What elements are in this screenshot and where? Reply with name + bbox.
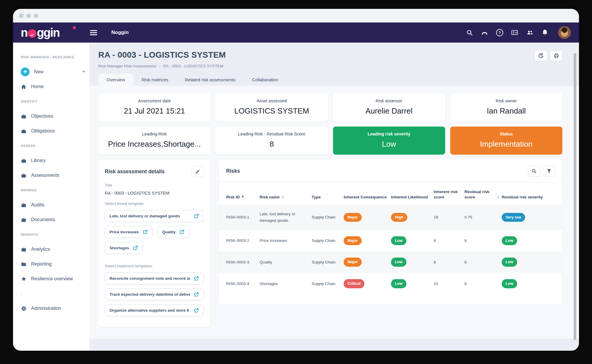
summary-card-assessment-date: Assessment date 21 Jul 2021 15:21 bbox=[98, 93, 210, 122]
sidebar-item-home[interactable]: Home bbox=[21, 79, 89, 94]
sidebar-item-analytics[interactable]: Analytics bbox=[21, 242, 89, 257]
table-row[interactable]: RISK-0003-1 Late, lost delivery or damag… bbox=[219, 205, 562, 230]
column-inherent-consequence[interactable]: Inherent Consequence bbox=[344, 195, 389, 200]
risks-card-title: Risks bbox=[226, 168, 240, 174]
inherent-likelihood-cell: Low bbox=[391, 236, 431, 245]
inherent-risk-score-cell: 10 bbox=[434, 281, 462, 287]
people-icon[interactable] bbox=[526, 29, 533, 36]
external-link-icon bbox=[194, 292, 199, 297]
inherent-likelihood-cell: Low bbox=[391, 279, 431, 288]
table-search-button[interactable] bbox=[528, 166, 540, 177]
sidebar-section-assess: ASSESS bbox=[21, 138, 89, 153]
residual-risk-severity-cell: Low bbox=[502, 258, 555, 267]
sidebar-section-insights: INSIGHTS bbox=[21, 227, 89, 242]
risk-name-cell: Price Increases bbox=[260, 237, 309, 244]
inherent-risk-score-cell: 8 bbox=[434, 237, 462, 244]
main-area: RA - 0003 - LOGISTICS SYSTEM Risk Manage… bbox=[89, 43, 579, 351]
breadcrumb: Risk Manager Risk Assessments › RA - 000… bbox=[98, 64, 562, 68]
window-maximize-button[interactable] bbox=[34, 14, 38, 18]
column-inherent-risk-score[interactable]: Inherent risk score bbox=[434, 189, 462, 200]
severity-badge: Very low bbox=[502, 213, 525, 222]
column-type[interactable]: Type bbox=[312, 195, 341, 200]
sidebar-item-library[interactable]: Library bbox=[21, 153, 89, 168]
noggin-logo[interactable]: nggin bbox=[21, 26, 83, 39]
sidebar-item-administration[interactable]: Administration bbox=[21, 301, 89, 316]
sort-asc-icon[interactable] bbox=[242, 195, 244, 199]
notifications-bell-icon[interactable] bbox=[541, 29, 548, 36]
severity-badge: Low bbox=[391, 236, 406, 245]
window-close-button[interactable] bbox=[19, 14, 23, 18]
severity-badge: Low bbox=[502, 279, 517, 288]
external-link-icon bbox=[194, 276, 199, 281]
type-cell: Supply Chain bbox=[312, 259, 341, 266]
risk-id-cell: RISK-0003-4 bbox=[226, 281, 257, 287]
briefcase-icon bbox=[21, 217, 27, 222]
plus-icon: + bbox=[21, 67, 30, 76]
history-button[interactable] bbox=[535, 50, 547, 61]
column-risk-id[interactable]: Risk ID bbox=[226, 195, 257, 200]
column-residual-risk-score[interactable]: Residual risk score bbox=[464, 189, 499, 200]
inherent-risk-score-cell: 8 bbox=[434, 259, 462, 266]
scrollbar[interactable] bbox=[574, 53, 576, 340]
severity-badge: Low bbox=[391, 279, 406, 288]
tab-risk-matrices[interactable]: Risk matrices bbox=[133, 74, 177, 86]
table-row[interactable]: RISK-0003-3 Quality Supply Chain Major L… bbox=[219, 251, 562, 273]
table-filter-button[interactable] bbox=[543, 166, 555, 177]
severity-badge: Major bbox=[344, 258, 362, 267]
column-risk-name[interactable]: Risk name bbox=[260, 195, 309, 200]
user-avatar[interactable] bbox=[558, 26, 571, 39]
sidebar-new-button[interactable]: + New bbox=[21, 64, 89, 79]
table-row[interactable]: RISK-0003-2 Price Increases Supply Chain… bbox=[219, 230, 562, 252]
sort-icon[interactable] bbox=[497, 195, 499, 199]
star-icon bbox=[21, 276, 27, 282]
sidebar-item-resilience-overview[interactable]: Resilience overview bbox=[21, 271, 89, 286]
sidebar-item-assessments[interactable]: Assessments bbox=[21, 168, 89, 183]
hamburger-menu-icon[interactable] bbox=[90, 30, 97, 35]
inherent-risk-score-cell: 16 bbox=[434, 214, 462, 221]
threat-template-chip[interactable]: Shortages bbox=[105, 242, 143, 254]
headset-icon[interactable] bbox=[481, 29, 488, 36]
noggin-logo-o-icon bbox=[28, 29, 36, 38]
sidebar-item-obligations[interactable]: Obligations bbox=[21, 124, 89, 138]
tab-overview[interactable]: Overview bbox=[98, 74, 133, 86]
external-link-icon bbox=[194, 308, 199, 313]
inherent-likelihood-cell: High bbox=[391, 213, 431, 222]
sidebar-section-manage: MANAGE bbox=[21, 183, 89, 198]
print-button[interactable] bbox=[550, 50, 562, 61]
help-icon[interactable]: ? bbox=[496, 29, 503, 36]
treatment-template-chip[interactable]: Track expected delivery date/time of del… bbox=[105, 288, 204, 300]
sort-icon[interactable] bbox=[281, 195, 284, 199]
severity-badge: High bbox=[391, 213, 407, 222]
home-icon bbox=[21, 84, 27, 89]
threat-template-chip[interactable]: Quality bbox=[157, 226, 189, 238]
sidebar-item-audits[interactable]: Audits bbox=[21, 198, 89, 212]
treatment-template-chip[interactable]: Reconcile consignment note and record an… bbox=[105, 272, 204, 284]
sidebar-item-objectives[interactable]: Objectives bbox=[21, 109, 89, 124]
severity-badge: Critical bbox=[344, 279, 364, 288]
type-cell: Supply Chain bbox=[312, 237, 341, 244]
summary-card-risk-assessor: Risk assessor Aurelie Darrel bbox=[333, 93, 445, 122]
sidebar-item-reporting[interactable]: Reporting bbox=[21, 257, 89, 271]
summary-card-leading-risk: Leading Risk Price Increases,Shortage... bbox=[98, 127, 210, 155]
tab-related-risk-assessments[interactable]: Related risk assessments bbox=[177, 74, 244, 86]
window-minimize-button[interactable] bbox=[26, 14, 31, 18]
column-inherent-likelihood[interactable]: Inherent Likelihood bbox=[391, 195, 431, 200]
tab-collaboration[interactable]: Collaboration bbox=[244, 74, 286, 86]
column-residual-risk-severity[interactable]: Residual risk severity bbox=[502, 195, 555, 200]
briefcase-icon bbox=[21, 173, 27, 178]
breadcrumb-link[interactable]: Risk Manager Risk Assessments bbox=[98, 64, 157, 68]
chevron-down-icon bbox=[82, 71, 85, 73]
external-link-icon bbox=[179, 229, 184, 234]
page-title: RA - 0003 - LOGISTICS SYSTEM bbox=[98, 50, 226, 60]
type-cell: Supply Chain bbox=[312, 281, 341, 287]
treatment-template-chip[interactable]: Organize alternative suppliers and store… bbox=[105, 304, 204, 316]
edit-button[interactable] bbox=[191, 166, 204, 177]
sidebar-item-documents[interactable]: Documents bbox=[21, 212, 89, 227]
search-icon[interactable] bbox=[466, 29, 473, 36]
table-row[interactable]: RISK-0003-4 Shortages Supply Chain Criti… bbox=[219, 273, 562, 295]
contacts-card-icon[interactable] bbox=[511, 29, 518, 36]
severity-badge: Major bbox=[344, 213, 362, 222]
threat-template-chip[interactable]: Late, lost delivery or damaged goods bbox=[105, 210, 204, 222]
topbar-actions: ? bbox=[466, 26, 571, 39]
threat-template-chip[interactable]: Price Increases bbox=[105, 226, 152, 238]
